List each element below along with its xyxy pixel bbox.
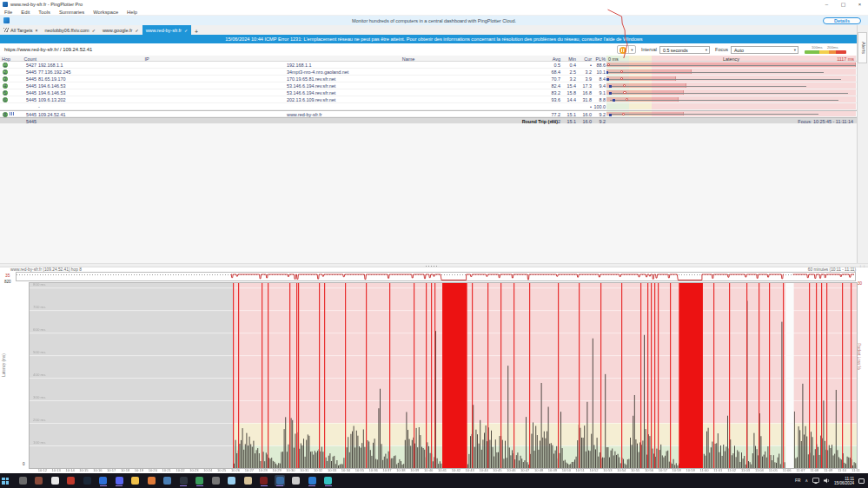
start-button[interactable]	[0, 475, 10, 486]
cell-min: 3.2	[562, 76, 576, 82]
x-label: 10:41	[438, 468, 447, 472]
table-row[interactable]: 3544581.65.19.170170.19.65.81.rev.sfr.ne…	[0, 76, 857, 82]
table-row[interactable]: -•100.0	[0, 103, 857, 110]
search-taskbar-button[interactable]	[17, 475, 28, 486]
tab-target-1[interactable]: www.google.fr✓	[99, 25, 142, 35]
cell-pl: 8.8	[593, 97, 606, 102]
tab-target-0[interactable]: neolobby06.ffxiv.com✓	[42, 25, 99, 35]
network-icon[interactable]	[812, 478, 819, 484]
paint-taskbar-button[interactable]	[66, 475, 76, 486]
latency-graph-cell	[606, 82, 856, 89]
photos-taskbar-button[interactable]	[34, 475, 44, 486]
details-button[interactable]: Details	[823, 17, 861, 24]
store-taskbar-button[interactable]	[227, 475, 237, 486]
tray-chevron-icon[interactable]: ∧	[805, 478, 808, 483]
language-indicator[interactable]: FR	[795, 478, 800, 483]
alerts-vertical-tab[interactable]: Alerts	[858, 32, 867, 63]
minimize-button[interactable]: –	[818, 0, 835, 9]
tab-target-2[interactable]: www.red-by-sfr.fr✓	[142, 25, 191, 35]
current-marker	[613, 99, 615, 102]
taskbar-clock[interactable]: 11:11 15/06/2024	[834, 477, 854, 485]
pingplotter-icon	[276, 477, 284, 485]
menu-workspace[interactable]: Workspace	[89, 10, 123, 15]
packet-loss-strip[interactable]	[16, 272, 856, 281]
menu-file[interactable]: File	[0, 10, 17, 15]
table-row[interactable]: 15427192.168.1.1192.168.1.10.50.4•88.6	[0, 62, 857, 69]
cell-cur: 17.3	[578, 83, 592, 89]
settings-gear-taskbar-button[interactable]	[291, 475, 301, 486]
all-targets-label: All Targets	[10, 28, 33, 33]
focus-select[interactable]: Auto	[731, 46, 798, 54]
average-marker	[623, 91, 626, 94]
menu-tools[interactable]: Tools	[34, 10, 55, 15]
x-label: 10:43	[466, 468, 474, 472]
pause-button[interactable]: ▾	[617, 45, 636, 54]
table-row[interactable]: 2544577.136.192.24534mpt3-nro-4.nro.gaol…	[0, 69, 857, 76]
check-taskbar-button[interactable]	[178, 475, 189, 486]
menu-edit[interactable]: Edit	[17, 10, 34, 15]
menu-summaries[interactable]: Summaries	[55, 10, 89, 15]
x-label: 10:57	[659, 468, 667, 472]
x-label: 10:53	[603, 468, 612, 472]
x-label: 10:50	[562, 468, 571, 472]
x-label: 10:45	[493, 468, 501, 472]
tab-label: www.red-by-sfr.fr	[146, 28, 182, 33]
y-axis-title: Latency (ms)	[2, 348, 6, 383]
cell-cur: •	[578, 104, 592, 109]
latency-graph-cell	[606, 89, 856, 96]
cell-pl: 8.4	[593, 76, 606, 82]
new-target-tab-button[interactable]: +	[191, 29, 202, 35]
pingplotter-taskbar-button[interactable]	[275, 475, 285, 486]
min-max-range-line	[607, 79, 841, 80]
footer-graph-cell: Focus: 10:25:45 - 11:11:14	[606, 118, 856, 123]
close-tab-icon[interactable]: ×	[36, 28, 38, 33]
table-row[interactable]: 45445194.6.146.5353.146.6.194.rev.sfr.ne…	[0, 82, 857, 89]
table-row[interactable]: 55445194.6.146.5353.146.6.194.rev.sfr.ne…	[0, 89, 857, 96]
plane-taskbar-button[interactable]	[162, 475, 173, 486]
cell-cur: 16.8	[578, 90, 592, 96]
notes-taskbar-button[interactable]	[98, 475, 109, 486]
x-label: 10:28	[259, 468, 268, 472]
grid-label-800: 800 ms	[33, 282, 45, 287]
table-row[interactable]: 85445109.24.52.41www.red-by-sfr.fr77.215…	[0, 110, 857, 117]
tab-all-targets[interactable]: All Targets×	[0, 25, 42, 35]
latency-time-plot[interactable]	[29, 282, 858, 469]
notification-center-icon[interactable]	[858, 478, 865, 484]
game2-icon	[260, 477, 268, 485]
maps-taskbar-button[interactable]	[195, 475, 205, 486]
notes-icon	[99, 477, 107, 485]
cell-count: 5445	[16, 90, 36, 96]
interval-select[interactable]: 0.5 seconds	[659, 46, 710, 54]
hop-number-badge: 2	[3, 69, 8, 75]
folder-taskbar-button[interactable]	[50, 475, 60, 486]
defender-taskbar-button[interactable]	[146, 475, 156, 486]
maximize-button[interactable]: ▢	[835, 0, 851, 9]
photos-icon	[35, 477, 43, 485]
files-taskbar-button[interactable]	[130, 475, 141, 486]
discord-taskbar-button[interactable]	[114, 475, 124, 486]
tan-app-icon	[244, 477, 252, 485]
cell-cur: 31.8	[578, 97, 592, 102]
table-row[interactable]: 65445109.6.13.202202.13.6.109.rev.sfr.ne…	[0, 96, 857, 103]
edge-taskbar-button[interactable]	[323, 475, 334, 486]
bluetile-taskbar-button[interactable]	[307, 475, 317, 486]
x-label: 11:10	[838, 468, 846, 472]
x-label: 10:47	[520, 468, 529, 472]
close-button[interactable]: ×	[851, 0, 868, 9]
tan-app-taskbar-button[interactable]	[242, 475, 253, 486]
menu-help[interactable]: Help	[123, 10, 142, 15]
x-label: 10:54	[617, 468, 626, 472]
average-marker	[620, 70, 623, 73]
game-taskbar-button[interactable]	[210, 475, 221, 486]
cell-name: 53.146.6.194.rev.sfr.net	[287, 83, 530, 89]
cell-pl: 100.0	[593, 104, 606, 109]
steam-taskbar-button[interactable]	[82, 475, 92, 486]
pause-dropdown-caret-icon[interactable]: ▾	[628, 46, 635, 53]
min-max-range-line	[610, 100, 838, 101]
speaker-icon[interactable]	[824, 478, 830, 484]
cloud-banner: Monitor hundreds of computers in a centr…	[0, 16, 868, 25]
settings-gear-icon	[292, 477, 300, 485]
game2-taskbar-button[interactable]	[259, 475, 269, 486]
alert-message-bar[interactable]: 15/06/2024 10:44 ICMP Error 1231: L'empl…	[0, 35, 868, 43]
x-label: 11:11	[851, 468, 860, 472]
